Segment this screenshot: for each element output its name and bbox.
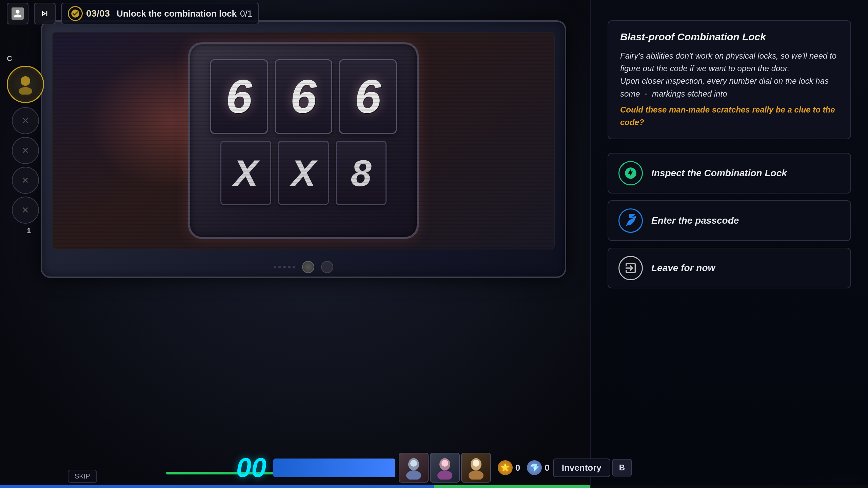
action-number: 00 xyxy=(236,454,267,481)
svg-point-0 xyxy=(21,76,30,86)
dial-1: 6 xyxy=(210,59,268,134)
skill-slot-4: ✕ xyxy=(12,197,39,224)
skill-slots: ✕ ✕ ✕ ✕ xyxy=(7,107,51,224)
gear-count: 03/03 xyxy=(86,8,110,19)
dial-1-number: 6 xyxy=(226,73,252,120)
dial-6: 8 xyxy=(336,141,387,205)
inspect-icon xyxy=(618,161,643,185)
dial-5: X xyxy=(278,141,329,205)
monitor-screen: 6 6 6 X X 8 xyxy=(52,32,555,249)
speed-label: SKIP xyxy=(75,472,90,480)
right-panel: Blast-proof Combination Lock Fairy's abi… xyxy=(590,0,868,488)
bottom-center: 00 xyxy=(236,453,632,483)
monitor-frame: 6 6 6 X X 8 xyxy=(41,20,566,278)
bottom-left: SKIP xyxy=(68,470,97,483)
crystal-icon: 💎 xyxy=(527,460,542,475)
character-avatar xyxy=(7,66,44,103)
action-bar xyxy=(273,459,395,477)
dial-3-number: 6 xyxy=(355,73,381,120)
gold-count: 0 xyxy=(515,463,520,473)
monitor-dot-1 xyxy=(274,266,276,268)
info-card-description-1: Fairy's abilities don't work on physical… xyxy=(620,49,839,100)
gold-icon: ⭐ xyxy=(498,460,513,475)
svg-point-4 xyxy=(410,460,417,467)
dials-bottom-row: X X 8 xyxy=(209,141,398,205)
monitor-menu-button[interactable] xyxy=(321,261,333,273)
gear-icon xyxy=(68,6,83,21)
dial-3: 6 xyxy=(339,59,397,134)
svg-point-3 xyxy=(406,470,421,480)
info-card: Blast-proof Combination Lock Fairy's abi… xyxy=(608,20,851,139)
hud-objective: 03/03 Unlock the combination lock 0/1 xyxy=(61,3,259,24)
info-text-1: Fairy's abilities don't work on physical… xyxy=(620,51,836,73)
gold-currency: ⭐ 0 xyxy=(498,460,520,475)
game-container: 6 6 6 X X 8 xyxy=(0,0,868,488)
char-number: 1 xyxy=(7,226,51,235)
portrait-icon xyxy=(12,7,24,20)
svg-point-10 xyxy=(473,460,479,467)
passcode-icon xyxy=(618,208,643,233)
bottom-currencies: ⭐ 0 💎 0 xyxy=(498,460,550,475)
monitor-base xyxy=(274,261,333,273)
svg-point-6 xyxy=(437,470,452,480)
task-text: Unlock the combination lock xyxy=(117,8,237,19)
monitor-dot-4 xyxy=(288,266,291,268)
monitor-dot-2 xyxy=(278,266,281,268)
avatar-inner xyxy=(10,69,41,100)
skill-slot-2: ✕ xyxy=(12,137,39,164)
leave-label: Leave for now xyxy=(651,263,715,273)
lock-body: 6 6 6 X X 8 xyxy=(188,42,419,239)
skill-slot-1: ✕ xyxy=(12,107,39,134)
inspect-lock-button[interactable]: Inspect the Combination Lock xyxy=(608,153,851,194)
monitor-dots xyxy=(274,266,295,268)
speed-indicator: SKIP xyxy=(68,470,97,483)
leave-icon xyxy=(618,256,643,280)
svg-point-9 xyxy=(469,470,484,480)
left-sidebar: C ✕ ✕ ✕ ✕ 1 xyxy=(7,54,51,235)
portrait-button[interactable] xyxy=(7,3,28,24)
monitor-dot-5 xyxy=(293,266,295,268)
top-hud: 03/03 Unlock the combination lock 0/1 xyxy=(0,0,868,27)
char-label: C xyxy=(7,54,51,63)
info-card-title: Blast-proof Combination Lock xyxy=(620,31,839,43)
char-portrait-2 xyxy=(430,453,460,483)
crystal-count: 0 xyxy=(545,463,549,473)
bottom-hud: SKIP 00 xyxy=(0,447,868,488)
dial-4: X xyxy=(220,141,271,205)
crystal-currency: 💎 0 xyxy=(527,460,549,475)
skill-slot-3: ✕ xyxy=(12,167,39,194)
dial-2-number: 6 xyxy=(290,73,317,120)
monitor-power-button[interactable] xyxy=(302,261,314,273)
task-progress: 0/1 xyxy=(240,8,252,19)
inspect-lock-label: Inspect the Combination Lock xyxy=(651,168,787,179)
dials-top-row: 6 6 6 xyxy=(198,59,409,134)
enter-passcode-label: Enter the passcode xyxy=(651,215,739,226)
info-text-3: markings etched into xyxy=(652,89,727,98)
inventory-button[interactable]: Inventory xyxy=(553,459,610,477)
action-bar-container: 00 xyxy=(236,454,395,481)
b-key-hint: B xyxy=(612,459,632,476)
svg-point-1 xyxy=(19,87,32,95)
monitor-dot-3 xyxy=(283,266,286,268)
enter-passcode-button[interactable]: Enter the passcode xyxy=(608,200,851,241)
info-card-orange-text: Could these man-made scratches really be… xyxy=(620,103,839,128)
lock-display: 6 6 6 X X 8 xyxy=(53,33,554,249)
main-scene: 6 6 6 X X 8 xyxy=(0,0,627,488)
leave-button[interactable]: Leave for now xyxy=(608,248,851,288)
dial-2: 6 xyxy=(275,59,332,134)
svg-point-7 xyxy=(441,460,448,467)
char-portrait-3 xyxy=(461,453,491,483)
skip-button[interactable] xyxy=(34,3,56,24)
char-portrait-1 xyxy=(399,453,429,483)
character-portraits xyxy=(399,453,491,483)
